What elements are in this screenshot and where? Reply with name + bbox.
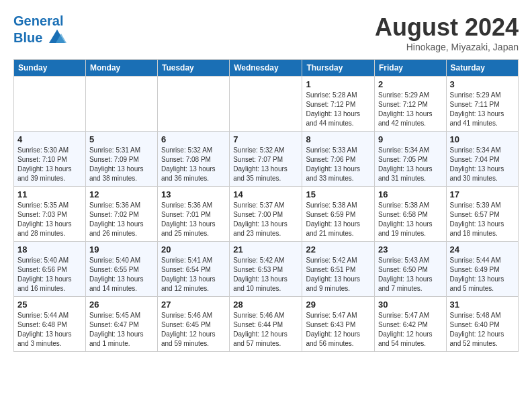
calendar-cell: 2Sunrise: 5:29 AM Sunset: 7:12 PM Daylig… xyxy=(374,77,446,132)
logo-text2: Blue xyxy=(13,28,66,47)
calendar-week-row: 18Sunrise: 5:40 AM Sunset: 6:56 PM Dayli… xyxy=(14,242,519,297)
day-detail: Sunrise: 5:40 AM Sunset: 6:55 PM Dayligh… xyxy=(89,256,154,293)
calendar-cell: 28Sunrise: 5:46 AM Sunset: 6:44 PM Dayli… xyxy=(230,297,302,352)
calendar-cell: 27Sunrise: 5:46 AM Sunset: 6:45 PM Dayli… xyxy=(157,297,229,352)
day-detail: Sunrise: 5:30 AM Sunset: 7:10 PM Dayligh… xyxy=(17,146,82,183)
day-number: 20 xyxy=(161,244,226,255)
day-detail: Sunrise: 5:46 AM Sunset: 6:45 PM Dayligh… xyxy=(161,311,226,349)
day-detail: Sunrise: 5:47 AM Sunset: 6:42 PM Dayligh… xyxy=(378,311,443,349)
day-number: 2 xyxy=(378,79,443,89)
day-detail: Sunrise: 5:32 AM Sunset: 7:07 PM Dayligh… xyxy=(233,146,298,183)
day-number: 9 xyxy=(378,134,443,144)
day-number: 27 xyxy=(161,300,226,310)
day-number: 31 xyxy=(450,300,515,310)
calendar-cell: 30Sunrise: 5:47 AM Sunset: 6:42 PM Dayli… xyxy=(374,297,446,352)
day-number: 17 xyxy=(450,189,515,199)
calendar-cell: 24Sunrise: 5:44 AM Sunset: 6:49 PM Dayli… xyxy=(446,242,518,297)
day-number: 16 xyxy=(378,189,443,199)
calendar-cell: 31Sunrise: 5:48 AM Sunset: 6:40 PM Dayli… xyxy=(446,297,518,352)
day-detail: Sunrise: 5:38 AM Sunset: 6:58 PM Dayligh… xyxy=(378,201,443,238)
logo-icon xyxy=(48,28,66,47)
calendar-cell: 7Sunrise: 5:32 AM Sunset: 7:07 PM Daylig… xyxy=(230,132,302,187)
calendar-cell: 1Sunrise: 5:28 AM Sunset: 7:12 PM Daylig… xyxy=(302,77,375,132)
calendar-cell: 22Sunrise: 5:42 AM Sunset: 6:51 PM Dayli… xyxy=(302,242,375,297)
day-number: 29 xyxy=(306,300,371,310)
weekday-header: Thursday xyxy=(302,60,375,77)
calendar-cell: 10Sunrise: 5:34 AM Sunset: 7:04 PM Dayli… xyxy=(446,132,518,187)
calendar-cell: 26Sunrise: 5:45 AM Sunset: 6:47 PM Dayli… xyxy=(85,297,157,352)
day-number: 24 xyxy=(450,244,515,255)
calendar-cell: 5Sunrise: 5:31 AM Sunset: 7:09 PM Daylig… xyxy=(85,132,157,187)
day-detail: Sunrise: 5:36 AM Sunset: 7:02 PM Dayligh… xyxy=(89,201,154,238)
calendar-cell xyxy=(14,77,86,132)
day-detail: Sunrise: 5:39 AM Sunset: 6:57 PM Dayligh… xyxy=(450,201,515,238)
calendar-cell: 20Sunrise: 5:41 AM Sunset: 6:54 PM Dayli… xyxy=(157,242,229,297)
day-detail: Sunrise: 5:36 AM Sunset: 7:01 PM Dayligh… xyxy=(161,201,226,238)
weekday-header: Monday xyxy=(85,60,157,77)
calendar-cell: 13Sunrise: 5:36 AM Sunset: 7:01 PM Dayli… xyxy=(157,187,229,242)
weekday-header: Friday xyxy=(374,60,446,77)
day-number: 22 xyxy=(306,244,371,255)
day-detail: Sunrise: 5:28 AM Sunset: 7:12 PM Dayligh… xyxy=(306,91,371,128)
day-detail: Sunrise: 5:40 AM Sunset: 6:56 PM Dayligh… xyxy=(17,256,82,293)
day-number: 14 xyxy=(233,189,298,199)
day-number: 8 xyxy=(306,134,371,144)
day-detail: Sunrise: 5:31 AM Sunset: 7:09 PM Dayligh… xyxy=(89,146,154,183)
calendar-cell: 4Sunrise: 5:30 AM Sunset: 7:10 PM Daylig… xyxy=(14,132,86,187)
day-detail: Sunrise: 5:34 AM Sunset: 7:04 PM Dayligh… xyxy=(450,146,515,183)
day-number: 13 xyxy=(161,189,226,199)
calendar-cell: 6Sunrise: 5:32 AM Sunset: 7:08 PM Daylig… xyxy=(157,132,229,187)
day-number: 4 xyxy=(17,134,82,144)
day-number: 30 xyxy=(378,300,443,310)
day-detail: Sunrise: 5:44 AM Sunset: 6:48 PM Dayligh… xyxy=(17,311,82,349)
calendar-cell: 11Sunrise: 5:35 AM Sunset: 7:03 PM Dayli… xyxy=(14,187,86,242)
weekday-header: Tuesday xyxy=(157,60,229,77)
day-number: 3 xyxy=(450,79,515,89)
day-number: 1 xyxy=(306,79,371,89)
calendar-week-row: 11Sunrise: 5:35 AM Sunset: 7:03 PM Dayli… xyxy=(14,187,519,242)
day-detail: Sunrise: 5:45 AM Sunset: 6:47 PM Dayligh… xyxy=(89,311,154,349)
calendar-cell: 16Sunrise: 5:38 AM Sunset: 6:58 PM Dayli… xyxy=(374,187,446,242)
day-detail: Sunrise: 5:44 AM Sunset: 6:49 PM Dayligh… xyxy=(450,256,515,293)
day-detail: Sunrise: 5:33 AM Sunset: 7:06 PM Dayligh… xyxy=(306,146,371,183)
calendar-week-row: 25Sunrise: 5:44 AM Sunset: 6:48 PM Dayli… xyxy=(14,297,519,352)
weekday-header: Sunday xyxy=(14,60,86,77)
day-detail: Sunrise: 5:41 AM Sunset: 6:54 PM Dayligh… xyxy=(161,256,226,293)
weekday-header: Wednesday xyxy=(230,60,302,77)
calendar-cell: 29Sunrise: 5:47 AM Sunset: 6:43 PM Dayli… xyxy=(302,297,375,352)
calendar-cell: 19Sunrise: 5:40 AM Sunset: 6:55 PM Dayli… xyxy=(85,242,157,297)
day-number: 6 xyxy=(161,134,226,144)
calendar-cell xyxy=(157,77,229,132)
calendar-cell: 21Sunrise: 5:42 AM Sunset: 6:53 PM Dayli… xyxy=(230,242,302,297)
calendar-cell: 18Sunrise: 5:40 AM Sunset: 6:56 PM Dayli… xyxy=(14,242,86,297)
calendar-cell: 3Sunrise: 5:29 AM Sunset: 7:11 PM Daylig… xyxy=(446,77,518,132)
logo-text: General xyxy=(13,13,66,28)
calendar-cell: 8Sunrise: 5:33 AM Sunset: 7:06 PM Daylig… xyxy=(302,132,375,187)
day-detail: Sunrise: 5:32 AM Sunset: 7:08 PM Dayligh… xyxy=(161,146,226,183)
calendar-week-row: 1Sunrise: 5:28 AM Sunset: 7:12 PM Daylig… xyxy=(14,77,519,132)
calendar-cell: 17Sunrise: 5:39 AM Sunset: 6:57 PM Dayli… xyxy=(446,187,518,242)
calendar-cell: 12Sunrise: 5:36 AM Sunset: 7:02 PM Dayli… xyxy=(85,187,157,242)
day-detail: Sunrise: 5:42 AM Sunset: 6:51 PM Dayligh… xyxy=(306,256,371,293)
location: Hinokage, Miyazaki, Japan xyxy=(375,42,519,52)
day-number: 28 xyxy=(233,300,298,310)
day-number: 12 xyxy=(89,189,154,199)
day-detail: Sunrise: 5:29 AM Sunset: 7:12 PM Dayligh… xyxy=(378,91,443,128)
day-detail: Sunrise: 5:42 AM Sunset: 6:53 PM Dayligh… xyxy=(233,256,298,293)
day-number: 15 xyxy=(306,189,371,199)
calendar-cell: 15Sunrise: 5:38 AM Sunset: 6:59 PM Dayli… xyxy=(302,187,375,242)
day-detail: Sunrise: 5:37 AM Sunset: 7:00 PM Dayligh… xyxy=(233,201,298,238)
day-number: 10 xyxy=(450,134,515,144)
day-number: 7 xyxy=(233,134,298,144)
month-title: August 2024 xyxy=(375,13,519,42)
calendar-cell: 23Sunrise: 5:43 AM Sunset: 6:50 PM Dayli… xyxy=(374,242,446,297)
day-number: 18 xyxy=(17,244,82,255)
calendar-cell xyxy=(85,77,157,132)
day-detail: Sunrise: 5:43 AM Sunset: 6:50 PM Dayligh… xyxy=(378,256,443,293)
day-number: 25 xyxy=(17,300,82,310)
day-number: 26 xyxy=(89,300,154,310)
day-detail: Sunrise: 5:29 AM Sunset: 7:11 PM Dayligh… xyxy=(450,91,515,128)
calendar-cell: 9Sunrise: 5:34 AM Sunset: 7:05 PM Daylig… xyxy=(374,132,446,187)
calendar-cell: 25Sunrise: 5:44 AM Sunset: 6:48 PM Dayli… xyxy=(14,297,86,352)
day-detail: Sunrise: 5:38 AM Sunset: 6:59 PM Dayligh… xyxy=(306,201,371,238)
